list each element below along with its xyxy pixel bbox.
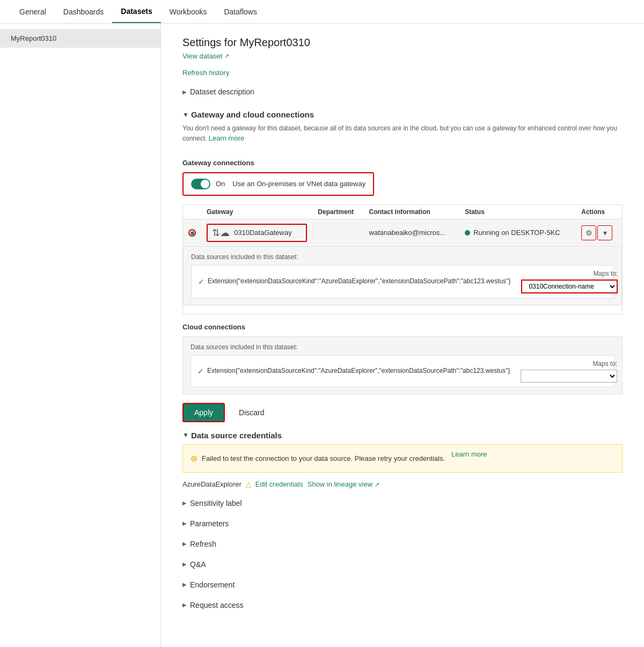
gateway-toggle[interactable]	[191, 179, 210, 189]
sidebar: MyReport0310	[0, 24, 161, 647]
status-dot	[465, 230, 470, 236]
gateway-status: Running on DESKTOP-5KC	[459, 219, 576, 246]
maps-to-select[interactable]: 0310Connection-name	[521, 280, 618, 293]
cloud-connections-container: Cloud connections Data sources included …	[182, 323, 623, 394]
datasources-label: Data sources included in this dataset:	[191, 253, 614, 261]
warning-learn-more[interactable]: Learn more	[451, 450, 487, 458]
gateway-row: ⇅☁ 0310DataGateway watanabeaiko@micros..…	[183, 219, 622, 246]
cloud-datasource-left: ✓ Extension{"extensionDataSourceKind":"A…	[197, 367, 510, 376]
col-contact: Contact information	[364, 205, 460, 219]
gateway-learn-more-link[interactable]: Learn more	[209, 133, 244, 144]
refresh-header[interactable]: ▶ Refresh	[182, 534, 623, 554]
cloud-maps-to-select[interactable]	[521, 370, 617, 383]
col-department: Department	[312, 205, 363, 219]
cloud-maps-to-label: Maps to:	[592, 360, 617, 367]
qna-section: ▶ Q&A	[182, 555, 623, 574]
gateway-datasources-box: Data sources included in this dataset: ✓…	[183, 246, 622, 305]
toggle-text: Use an On-premises or VNet data gateway	[232, 180, 365, 188]
toggle-on-label: On	[216, 180, 225, 188]
refresh-arrow: ▶	[182, 541, 187, 547]
gateway-section-header[interactable]: ▼ Gateway and cloud connections	[182, 110, 623, 119]
warning-icon: ⊗	[191, 453, 197, 464]
top-navigation: General Dashboards Datasets Workbooks Da…	[0, 0, 644, 24]
button-row: Apply Discard	[182, 403, 623, 422]
cloud-datasources-box: Data sources included in this dataset: ✓…	[182, 336, 623, 394]
credentials-header[interactable]: ▼ Data source credentials	[182, 431, 623, 440]
endorsement-header[interactable]: ▶ Endorsement	[182, 575, 623, 594]
cloud-conn-title: Cloud connections	[182, 323, 623, 331]
parameters-section: ▶ Parameters	[182, 514, 623, 533]
dataset-description-header[interactable]: ▶ Dataset description	[182, 82, 623, 101]
qna-arrow: ▶	[182, 561, 187, 567]
warning-text: Failed to test the connection to your da…	[202, 454, 445, 462]
maps-to-label: Maps to:	[593, 270, 618, 277]
gateway-table-container: Gateway Department Contact information S…	[182, 204, 623, 314]
gateway-section: ▼ Gateway and cloud connections You don'…	[182, 110, 623, 422]
check-icon: ✓	[198, 277, 204, 286]
sensitivity-section: ▶ Sensitivity label	[182, 494, 623, 513]
gateway-connections-title: Gateway connections	[182, 159, 623, 167]
gateway-datasource-text: Extension{"extensionDataSourceKind":"Azu…	[208, 277, 510, 285]
chevron-down-icon[interactable]: ▾	[597, 225, 612, 240]
parameters-arrow: ▶	[182, 520, 187, 526]
credentials-arrow: ▼	[182, 431, 189, 439]
radio-button[interactable]	[188, 229, 196, 237]
request-access-arrow: ▶	[182, 602, 187, 608]
sensitivity-arrow: ▶	[182, 500, 187, 506]
warning-box: ⊗ Failed to test the connection to your …	[182, 444, 623, 473]
cred-service-name: AzureDataExplorer	[182, 480, 241, 488]
external-link-icon: ↗	[224, 53, 229, 60]
request-access-section: ▶ Request access	[182, 595, 623, 615]
nav-dataflows[interactable]: Dataflows	[215, 1, 265, 23]
edit-credentials-link[interactable]: Edit credentials	[255, 480, 303, 488]
sidebar-item-myreport[interactable]: MyReport0310	[0, 29, 160, 48]
cloud-datasources-label: Data sources included in this dataset:	[191, 343, 614, 351]
page-title: Settings for MyReport0310	[182, 36, 623, 49]
dataset-desc-arrow: ▶	[182, 89, 187, 95]
nav-datasets[interactable]: Datasets	[112, 1, 160, 23]
refresh-section: ▶ Refresh	[182, 534, 623, 554]
radio-cell[interactable]	[183, 219, 201, 246]
radio-inner	[191, 231, 194, 235]
dataset-description-section: ▶ Dataset description	[182, 82, 623, 101]
gateway-dept	[312, 219, 363, 246]
credential-row: AzureDataExplorer △ Edit credentials Sho…	[182, 480, 623, 488]
datasource-left: ✓ Extension{"extensionDataSourceKind":"A…	[198, 277, 510, 286]
toggle-box: On Use an On-premises or VNet data gatew…	[182, 172, 374, 196]
settings-icon[interactable]: ⚙	[581, 225, 596, 240]
view-dataset-link[interactable]: View dataset ↗	[182, 52, 229, 60]
status-text: Running on DESKTOP-5KC	[473, 229, 560, 237]
nav-general[interactable]: General	[11, 1, 55, 23]
col-status: Status	[459, 205, 576, 219]
gateway-contact: watanabeaiko@micros...	[364, 219, 460, 246]
nav-workbooks[interactable]: Workbooks	[161, 1, 216, 23]
maps-to-cell: Maps to: 0310Connection-name	[510, 270, 618, 293]
refresh-history-link[interactable]: Refresh history	[182, 69, 229, 77]
apply-button[interactable]: Apply	[182, 403, 225, 422]
gateway-name-box: ⇅☁ 0310DataGateway	[207, 224, 307, 242]
cloud-sync-icon: ⇅☁	[212, 227, 230, 239]
cloud-datasource-row: ✓ Extension{"extensionDataSourceKind":"A…	[191, 355, 614, 387]
cloud-maps-to-cell: Maps to:	[510, 360, 617, 383]
nav-dashboards[interactable]: Dashboards	[55, 1, 113, 23]
credentials-section: ▼ Data source credentials ⊗ Failed to te…	[182, 431, 623, 488]
show-lineage-link[interactable]: Show in lineage view ↗	[308, 480, 379, 488]
status-cell: Running on DESKTOP-5KC	[465, 229, 570, 237]
col-actions: Actions	[576, 205, 622, 219]
col-gateway: Gateway	[201, 205, 312, 219]
request-access-header[interactable]: ▶ Request access	[182, 595, 623, 615]
cloud-datasource-text: Extension{"extensionDataSourceKind":"Azu…	[207, 367, 510, 374]
qna-header[interactable]: ▶ Q&A	[182, 555, 623, 574]
endorsement-arrow: ▶	[182, 582, 187, 587]
sensitivity-header[interactable]: ▶ Sensitivity label	[182, 494, 623, 513]
parameters-header[interactable]: ▶ Parameters	[182, 514, 623, 533]
gateway-actions: ⚙ ▾	[576, 219, 622, 246]
main-layout: MyReport0310 Settings for MyReport0310 V…	[0, 24, 644, 647]
gateway-name: 0310DataGateway	[234, 229, 292, 237]
cred-warning-icon: △	[246, 480, 251, 488]
action-icons-container: ⚙ ▾	[581, 225, 617, 240]
main-content: Settings for MyReport0310 View dataset ↗…	[161, 24, 644, 647]
lineage-ext-icon: ↗	[375, 481, 379, 488]
discard-button[interactable]: Discard	[228, 404, 275, 421]
gateway-datasource-row: ✓ Extension{"extensionDataSourceKind":"A…	[191, 265, 614, 298]
